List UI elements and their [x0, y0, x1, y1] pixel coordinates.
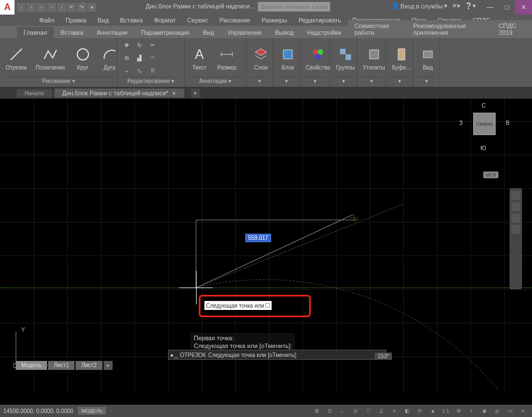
props-button[interactable]: Свойства [304, 44, 333, 72]
doc-tab-start[interactable]: Начало [17, 89, 52, 98]
hardware-accel-icon[interactable]: ◉ [479, 406, 490, 415]
tab-output[interactable]: Вывод [268, 27, 300, 38]
polar-toggle-icon[interactable]: ⊙ [350, 406, 361, 415]
panel-clip-title[interactable]: ▾ [390, 77, 409, 86]
viewcube-s[interactable]: Ю [480, 145, 486, 151]
search-input[interactable] [258, 2, 330, 11]
tab-spds[interactable]: СПДС 2019 [492, 20, 532, 38]
panel-utils-title[interactable]: ▾ [361, 77, 382, 86]
app-menu-icon[interactable]: A [0, 0, 15, 15]
nav-pan-icon[interactable] [511, 202, 520, 211]
menu-service[interactable]: Сервис [181, 16, 214, 25]
viewcube-e[interactable]: В [506, 120, 510, 126]
navigation-bar[interactable] [510, 188, 522, 289]
menu-file[interactable]: Файл [34, 16, 60, 25]
maximize-button[interactable]: □ [498, 0, 515, 15]
nav-zoom-icon[interactable] [511, 214, 520, 223]
add-layout-button[interactable]: + [104, 361, 113, 370]
nav-orbit-icon[interactable] [511, 225, 520, 234]
panel-draw-title[interactable]: Рисование ▾ [3, 77, 114, 86]
move-icon[interactable]: ✥ [121, 40, 132, 51]
lineweight-toggle-icon[interactable]: ≡ [389, 406, 400, 415]
panel-annot-title[interactable]: Аннотации ▾ [188, 77, 242, 86]
copy-icon[interactable]: ⧉ [121, 53, 132, 64]
command-line[interactable]: ▸_ ОТРЕЗОК Следующая точка или [оТменить… [168, 350, 386, 360]
viewcube-w[interactable]: З [459, 120, 463, 126]
tab-param[interactable]: Параметризация [134, 27, 196, 38]
viewcube-n[interactable]: С [482, 103, 486, 109]
dim-button[interactable]: Размер [215, 44, 239, 72]
cleanscreen-icon[interactable]: ▭ [505, 406, 516, 415]
qat-new-icon[interactable]: ▫ [17, 3, 26, 12]
menu-dims[interactable]: Размеры [256, 16, 293, 25]
anno-scale-icon[interactable]: ▲ [427, 406, 438, 415]
dynamic-menu-icon[interactable] [265, 303, 270, 308]
cycling-toggle-icon[interactable]: ⟳ [414, 406, 426, 415]
new-tab-button[interactable]: + [191, 89, 200, 98]
tab-home[interactable]: Главная [17, 27, 54, 38]
viewcube-face[interactable]: Сверху [473, 113, 496, 135]
doc-tab-current[interactable]: Дин.блок Рамки с таблицей надписи*✕ [54, 89, 184, 98]
minimize-button[interactable]: — [482, 0, 498, 15]
snap-toggle-icon[interactable]: ⊡ [324, 406, 335, 415]
cmd-toggle-icon[interactable]: ▸_ [171, 351, 178, 359]
rotate-icon[interactable]: ↻ [134, 40, 145, 51]
fillet-icon[interactable]: ◠ [147, 53, 158, 64]
qat-undo-icon[interactable]: ↶ [67, 3, 76, 12]
tab-annot[interactable]: Аннотации [90, 27, 134, 38]
line-button[interactable]: Отрезок [3, 44, 29, 72]
panel-groups-title[interactable]: ▾ [334, 77, 353, 86]
view-button[interactable]: Вид [417, 44, 439, 72]
status-mode[interactable]: МОДЕЛЬ [78, 407, 106, 415]
tab-featured[interactable]: Рекомендованные приложения [407, 20, 492, 38]
tab-addins[interactable]: Надстройки [301, 27, 348, 38]
tab-view[interactable]: Вид [196, 27, 221, 38]
panel-edit-title[interactable]: Редактирование ▾ [121, 77, 181, 86]
utils-button[interactable]: Утилиты [361, 44, 388, 72]
exchange-icon[interactable]: ✕▾ [452, 2, 460, 10]
panel-props-title[interactable]: ▾ [304, 77, 326, 86]
qat-saveas-icon[interactable]: ▫ [47, 3, 56, 12]
customize-icon[interactable]: ≡ [517, 406, 529, 415]
dynamic-input[interactable]: Следующая точка или [204, 301, 272, 310]
transparency-toggle-icon[interactable]: ◧ [402, 406, 413, 415]
circle-button[interactable]: Круг [72, 44, 94, 72]
menu-insert[interactable]: Вставка [114, 16, 148, 25]
groups-button[interactable]: Группы [334, 44, 357, 72]
clipboard-button[interactable]: Буфе... [390, 44, 413, 72]
isolate-icon[interactable]: ◎ [492, 406, 503, 415]
anno-vis-icon[interactable]: 1:1 [440, 406, 451, 415]
polyline-button[interactable]: Полилиния [34, 44, 67, 72]
qat-plot-icon[interactable]: ▫ [57, 3, 66, 12]
viewcube[interactable]: Сверху С Ю В З [465, 104, 504, 143]
grid-toggle-icon[interactable]: ⊞ [311, 406, 323, 415]
scale-icon[interactable]: ⤡ [134, 66, 145, 77]
tab-manage[interactable]: Управление [221, 27, 268, 38]
panel-layers-title[interactable]: ▾ [250, 77, 269, 86]
osnap-toggle-icon[interactable]: □ [363, 406, 374, 415]
menu-draw[interactable]: Рисование [214, 16, 256, 25]
ucs-badge[interactable]: МСК [483, 172, 498, 178]
close-tab-icon[interactable]: ✕ [172, 91, 176, 96]
t
    tab-layout2[interactable]: Лист2 [76, 361, 102, 370]
menu-edit[interactable]: Правка [60, 16, 92, 25]
close-button[interactable]: ✕ [515, 0, 532, 15]
help-icon[interactable]: ❔▾ [465, 2, 476, 10]
menu-format[interactable]: Формат [148, 16, 181, 25]
tab-collab[interactable]: Совместная работа [348, 20, 407, 38]
drawing-canvas[interactable]: 559.017 Следующая точка или Сверху С Ю В… [0, 99, 532, 393]
anno-monitor-icon[interactable]: + [466, 406, 477, 415]
tab-insert[interactable]: Вставка [54, 27, 90, 38]
search-box[interactable] [258, 2, 330, 12]
tab-layout1[interactable]: Лист1 [48, 361, 74, 370]
layers-button[interactable]: Слои [250, 44, 272, 72]
qat-save-icon[interactable]: ▫ [37, 3, 46, 12]
command-input[interactable] [300, 352, 378, 358]
array-icon[interactable]: ⠿ [147, 66, 158, 77]
ortho-toggle-icon[interactable]: ∟ [337, 406, 348, 415]
trim-icon[interactable]: ✂ [147, 40, 158, 51]
qat-more-icon[interactable]: ▾ [87, 3, 96, 12]
signin-link[interactable]: 👤 Вход в службы ▾ [391, 2, 447, 10]
nav-wheel-icon[interactable] [511, 191, 520, 200]
mirror-icon[interactable]: ▟ [134, 53, 145, 64]
